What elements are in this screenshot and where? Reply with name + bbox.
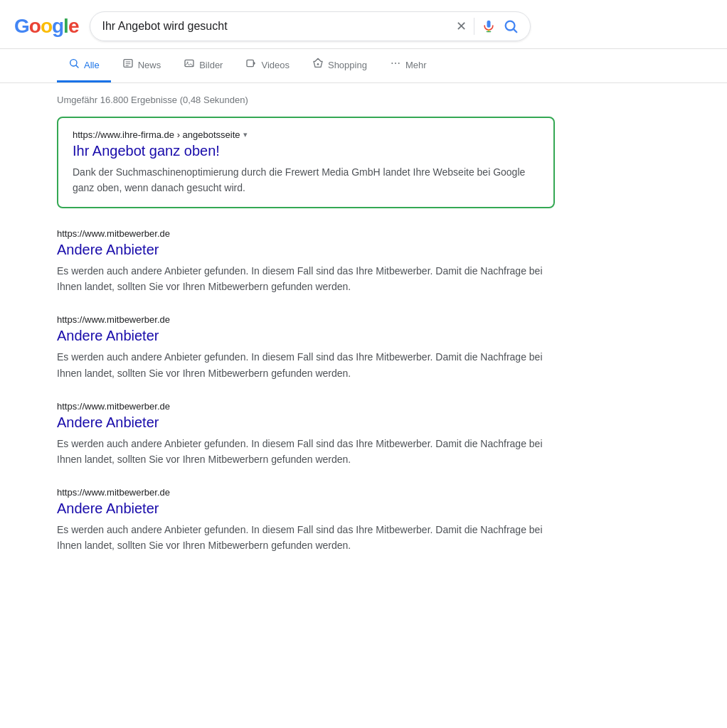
clear-icon[interactable]: ✕ — [456, 18, 467, 34]
featured-url-arrow[interactable]: ▾ — [243, 130, 248, 139]
result-3-title[interactable]: Andere Anbieter — [57, 413, 555, 432]
tab-bilder[interactable]: Bilder — [172, 49, 234, 82]
header: Google ✕ — [0, 0, 727, 49]
tab-alle-label: Alle — [84, 60, 100, 70]
search-input[interactable] — [102, 20, 449, 33]
svg-rect-0 — [487, 21, 491, 28]
mic-icon[interactable] — [482, 19, 496, 33]
result-1-snippet: Es werden auch andere Anbieter gefunden.… — [57, 263, 555, 294]
featured-result: https://www.ihre-firma.de › angebotsseit… — [57, 117, 555, 208]
result-2-snippet: Es werden auch andere Anbieter gefunden.… — [57, 349, 555, 380]
news-tab-icon — [122, 58, 134, 72]
search-bar: ✕ — [90, 11, 531, 41]
result-4-snippet: Es werden auch andere Anbieter gefunden.… — [57, 522, 555, 553]
result-competitor-4: https://www.mitbewerber.de Andere Anbiet… — [57, 487, 555, 553]
result-1-url: https://www.mitbewerber.de — [57, 228, 555, 239]
result-3-snippet: Es werden auch andere Anbieter gefunden.… — [57, 436, 555, 467]
svg-rect-11 — [247, 60, 253, 66]
logo-o1: o — [29, 15, 41, 38]
mehr-tab-icon — [390, 58, 401, 72]
result-2-title[interactable]: Andere Anbieter — [57, 326, 555, 345]
result-4-url-text: https://www.mitbewerber.de — [57, 487, 170, 498]
result-1-url-text: https://www.mitbewerber.de — [57, 228, 170, 239]
results-area: Umgefähr 16.800 Ergebnisse (0,48 Sekunde… — [0, 83, 727, 587]
search-icon[interactable] — [503, 18, 519, 34]
logo-e: e — [68, 15, 79, 38]
result-2-url: https://www.mitbewerber.de — [57, 314, 555, 325]
result-4-title[interactable]: Andere Anbieter — [57, 499, 555, 518]
bilder-tab-icon — [184, 58, 195, 72]
vertical-divider — [474, 18, 474, 35]
results-stats: Umgefähr 16.800 Ergebnisse (0,48 Sekunde… — [57, 95, 670, 105]
result-3-url: https://www.mitbewerber.de — [57, 401, 555, 412]
svg-point-14 — [391, 63, 393, 64]
tab-news-label: News — [138, 60, 161, 70]
search-tab-icon — [68, 58, 80, 72]
svg-line-4 — [76, 65, 78, 68]
videos-tab-icon — [245, 58, 257, 72]
svg-point-16 — [398, 63, 400, 64]
result-3-url-text: https://www.mitbewerber.de — [57, 401, 170, 412]
nav-tabs: Alle News Bilder — [0, 49, 727, 83]
tab-mehr[interactable]: Mehr — [378, 49, 438, 82]
logo-l: l — [63, 15, 68, 38]
tab-videos-label: Videos — [261, 60, 290, 70]
featured-snippet: Dank der Suchmaschinenoptimierung durch … — [73, 164, 539, 196]
tab-bilder-label: Bilder — [199, 60, 223, 70]
featured-title[interactable]: Ihr Angebot ganz oben! — [73, 141, 539, 160]
logo-g: G — [14, 15, 29, 38]
featured-url: https://www.ihre-firma.de › angebotsseit… — [73, 129, 539, 140]
svg-point-15 — [395, 63, 396, 64]
result-competitor-3: https://www.mitbewerber.de Andere Anbiet… — [57, 401, 555, 467]
result-4-url: https://www.mitbewerber.de — [57, 487, 555, 498]
tab-news[interactable]: News — [111, 49, 173, 82]
result-2-url-text: https://www.mitbewerber.de — [57, 314, 170, 325]
svg-point-10 — [187, 62, 189, 63]
google-logo: Google — [14, 15, 78, 38]
tab-alle[interactable]: Alle — [57, 49, 111, 82]
svg-line-2 — [514, 29, 517, 32]
tab-videos[interactable]: Videos — [234, 49, 301, 82]
logo-g2: g — [52, 15, 63, 38]
tab-shopping-label: Shopping — [328, 60, 367, 70]
tab-shopping[interactable]: Shopping — [301, 49, 378, 82]
result-1-title[interactable]: Andere Anbieter — [57, 240, 555, 259]
logo-o2: o — [41, 15, 52, 38]
search-bar-icons: ✕ — [456, 18, 519, 35]
featured-url-text: https://www.ihre-firma.de › angebotsseit… — [73, 129, 240, 140]
svg-point-13 — [317, 63, 319, 65]
result-competitor-1: https://www.mitbewerber.de Andere Anbiet… — [57, 228, 555, 294]
shopping-tab-icon — [312, 58, 324, 72]
result-competitor-2: https://www.mitbewerber.de Andere Anbiet… — [57, 314, 555, 380]
svg-marker-12 — [254, 61, 256, 66]
tab-mehr-label: Mehr — [405, 60, 427, 70]
